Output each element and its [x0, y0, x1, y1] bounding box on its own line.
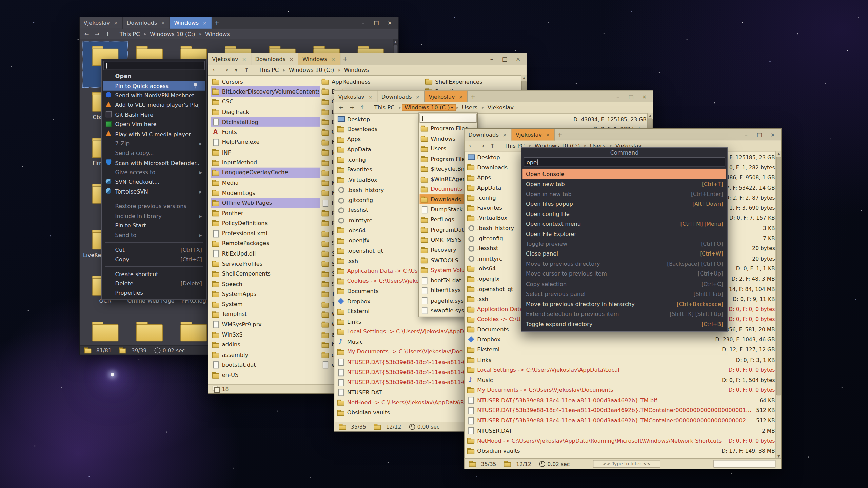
scroll-up-button[interactable]: ▲ — [521, 75, 527, 80]
tab-close-icon[interactable]: × — [368, 94, 373, 99]
back-button[interactable]: ← — [337, 103, 346, 111]
palette-command[interactable]: Move to previous directory in hierarchy … — [522, 299, 726, 309]
file-row[interactable]: NTUSER.DAT{53b39e88-18c4-11ea-a811-000d3… — [467, 395, 775, 405]
context-menu-item[interactable]: Pin to Quick access — [103, 81, 205, 90]
context-menu-item[interactable]: SVN Checkout... — [103, 177, 205, 187]
minimize-button[interactable]: – — [740, 130, 752, 139]
window-tab[interactable]: Downloads × — [123, 17, 170, 29]
close-button[interactable]: × — [767, 130, 779, 139]
palette-command[interactable]: Open config file — [522, 209, 726, 219]
dropdown-filter-input[interactable] — [420, 114, 477, 123]
file-row[interactable]: assembly — [211, 350, 320, 360]
scroll-up-button[interactable]: ▲ — [648, 113, 653, 118]
context-menu-item[interactable]: Send with NordVPN Meshnet — [103, 90, 205, 100]
type-to-filter-input[interactable]: >> Type to filter << — [593, 460, 660, 468]
tab-close-icon[interactable]: × — [202, 20, 208, 26]
back-button[interactable]: ← — [82, 30, 92, 38]
file-row[interactable]: NTUSER.DAT{53b39e88-18c4-11ea-a811-000d3… — [467, 405, 775, 415]
breadcrumb-segment[interactable]: Windows — [341, 66, 373, 74]
window-tab[interactable]: Windows × — [299, 53, 340, 65]
breadcrumb-segment[interactable]: Vjekoslav — [485, 104, 518, 111]
file-row[interactable]: Eksterni D: 12, F: 127, 12 GB — [467, 345, 775, 355]
tab-close-icon[interactable]: × — [415, 94, 420, 99]
file-row[interactable]: Music D: 0, F: 1, 504 bytes — [467, 375, 775, 385]
context-menu-item[interactable]: Copy [Ctrl+C] — [103, 255, 205, 264]
file-row[interactable]: Offline Web Pages — [211, 198, 320, 208]
context-menu-item[interactable]: Send to ▸ — [103, 230, 205, 240]
tab-close-icon[interactable]: × — [113, 20, 119, 26]
window-tab[interactable]: Vjekoslav × — [334, 91, 377, 102]
palette-command[interactable]: Open new tab [Ctrl+T] — [522, 179, 726, 189]
file-row[interactable]: Cursors — [211, 76, 320, 86]
maximize-button[interactable]: □ — [753, 130, 766, 139]
minimize-button[interactable]: – — [612, 92, 624, 101]
tab-close-icon[interactable]: × — [289, 56, 294, 62]
file-row[interactable]: PolicyDefinitions — [211, 218, 320, 228]
file-row[interactable]: TempInst — [211, 309, 320, 319]
forward-button[interactable]: → — [93, 30, 102, 38]
scroll-up-button[interactable]: ▲ — [776, 151, 781, 156]
tab-close-icon[interactable]: × — [458, 94, 463, 99]
context-menu-item[interactable]: TortoiseSVN ▸ — [103, 187, 205, 196]
window-tab[interactable]: Downloads × — [251, 53, 299, 65]
file-row[interactable]: Local Settings -> C:\Users\Vjekoslav\App… — [467, 365, 775, 375]
close-button[interactable]: × — [383, 19, 396, 27]
window-tab[interactable]: Windows × — [170, 17, 212, 29]
forward-button[interactable]: → — [347, 103, 357, 111]
palette-command[interactable]: Select previous panel [Shift+Tab] — [522, 289, 726, 299]
new-tab-button[interactable]: + — [340, 53, 350, 65]
context-menu-item[interactable]: Git Bash Here — [103, 110, 205, 119]
palette-command[interactable]: Move cursor to previous item [Ctrl+Up] — [522, 269, 726, 279]
forward-button[interactable]: → — [477, 142, 487, 150]
window-tab[interactable]: Vjekoslav × — [208, 53, 251, 65]
file-row[interactable]: Dropbox D: 230, F: 1043, 46 GB — [467, 334, 775, 345]
breadcrumb-segment[interactable]: Windows — [202, 30, 234, 38]
file-row[interactable]: RemotePackages — [211, 238, 320, 248]
maximize-button[interactable]: □ — [499, 55, 511, 63]
tab-close-icon[interactable]: × — [331, 56, 336, 62]
palette-command[interactable]: Toggle preview [Ctrl+Q] — [522, 239, 726, 249]
titlebar[interactable]: Vjekoslav × Downloads × Vjekoslav × + — [334, 91, 653, 102]
file-manager-window-focused[interactable]: Downloads × Vjekoslav × + – □ × ← → ↑ — [464, 128, 782, 469]
minimize-button[interactable]: – — [357, 19, 369, 27]
file-row[interactable]: System — [211, 299, 320, 309]
file-row[interactable]: Media — [211, 178, 320, 188]
context-menu-item[interactable]: Create shortcut — [103, 269, 205, 279]
file-row[interactable]: LanguageOverlayCache — [211, 167, 320, 178]
close-button[interactable]: × — [512, 55, 524, 63]
palette-command[interactable]: Toggle expand directory [Ctrl+B] — [522, 319, 726, 329]
context-menu-item[interactable]: Include in library ▸ — [103, 211, 205, 221]
context-menu-item[interactable]: 7-Zip ▸ — [103, 139, 205, 148]
file-row[interactable]: bootstat.dat — [211, 360, 320, 370]
context-menu-item[interactable]: Open Vim here — [103, 120, 205, 129]
file-row[interactable]: CSC — [211, 97, 320, 107]
file-row[interactable]: Obsidian vaults D: 17, F: 149, 38 MB — [467, 446, 775, 456]
file-row[interactable]: Fonts — [211, 127, 320, 137]
file-row[interactable]: Panther — [211, 208, 320, 218]
palette-command[interactable]: Open File Explorer — [522, 229, 726, 239]
file-row[interactable]: NetHood -> C:\Users\Vjekoslav\AppData\Ro… — [467, 435, 775, 446]
palette-command[interactable]: Open files popup [Alt+Down] — [522, 199, 726, 209]
palette-command[interactable]: Close panel [Ctrl+W] — [522, 249, 726, 259]
context-menu-item[interactable]: Properties — [103, 288, 205, 298]
maximize-button[interactable]: □ — [625, 92, 637, 101]
desktop[interactable]: Vjekoslav × Downloads × Windows × + – — [0, 0, 868, 488]
up-button[interactable]: ↑ — [242, 66, 251, 74]
file-row[interactable]: My Documents -> C:\Users\Vjekoslav\Docum… — [467, 385, 775, 395]
context-menu-item[interactable] — [103, 197, 205, 202]
new-tab-button[interactable]: + — [468, 91, 478, 102]
file-row[interactable]: RtlExUpd.dll — [211, 248, 320, 259]
new-tab-button[interactable]: + — [212, 17, 222, 29]
context-menu-item[interactable]: Play with VLC media player — [103, 129, 205, 139]
tab-close-icon[interactable]: × — [160, 20, 166, 26]
up-button[interactable]: ↑ — [103, 30, 113, 38]
titlebar[interactable]: Downloads × Vjekoslav × + – □ × — [465, 129, 781, 140]
breadcrumb-segment[interactable]: Users — [459, 104, 481, 111]
file-row[interactable]: INF — [211, 147, 320, 157]
breadcrumb-segment[interactable]: This PC — [256, 66, 282, 74]
forward-button[interactable]: → — [221, 66, 230, 74]
breadcrumb-segment[interactable]: Windows 10 (C:) — [147, 30, 199, 38]
folder-grid-item[interactable]: PolicyDefinitions — [83, 317, 127, 346]
palette-command[interactable]: Open in new tab [Ctrl+Enter] — [522, 189, 726, 199]
file-row[interactable]: ServiceProfiles — [211, 259, 320, 269]
